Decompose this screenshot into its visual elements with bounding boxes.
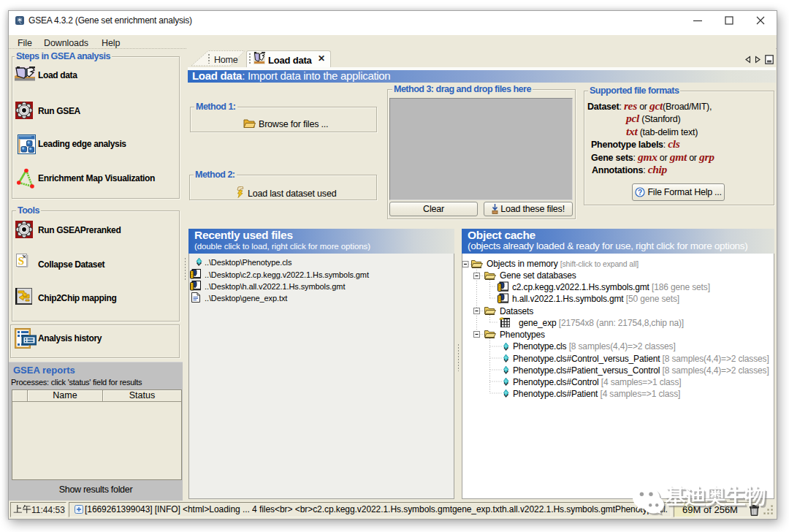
svg-text:?: ? xyxy=(638,189,642,197)
svg-text:S: S xyxy=(18,255,24,267)
